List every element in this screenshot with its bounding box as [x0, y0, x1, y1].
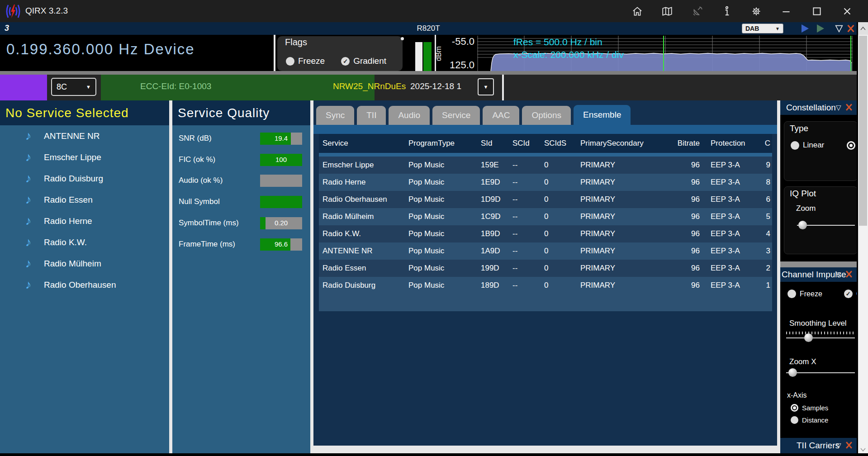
tab-options[interactable]: Options	[522, 106, 570, 125]
table-cell: EEP 3-A	[704, 281, 755, 290]
type-options: Linear	[791, 141, 855, 150]
tii-carriers-close-icon[interactable]	[844, 441, 854, 451]
table-row[interactable]: Radio EssenPop Music199D--0PRIMARY96EEP …	[319, 260, 772, 277]
radio-label: Linear	[803, 141, 824, 150]
horizontal-splitter[interactable]	[0, 71, 857, 75]
dock-splitter[interactable]	[780, 261, 857, 267]
mode-selector-dropdown[interactable]: DAB ▼	[742, 24, 783, 33]
column-header: SId	[477, 139, 509, 148]
quality-value: 96.6	[260, 240, 302, 248]
table-row[interactable]: Radio HernePop Music1E9D--0PRIMARY96EEP …	[319, 174, 772, 191]
table-cell: 96	[669, 212, 704, 221]
scrollbar-thumb[interactable]	[859, 36, 867, 226]
smoothing-ticks	[786, 332, 855, 334]
table-cell: 1D9D	[477, 195, 509, 204]
tii-carriers-pin-icon[interactable]: ▽	[836, 442, 841, 450]
table-cell: 96	[669, 195, 704, 204]
channel-impulse-pin-icon[interactable]: ▽	[836, 271, 841, 279]
x-axis-option-distance[interactable]: Distance	[791, 416, 828, 424]
impulse-flag-freeze[interactable]: Freeze	[787, 290, 822, 298]
column-header: Protection	[704, 139, 755, 148]
list-item[interactable]: ♪Emscher Lippe	[0, 147, 169, 168]
table-cell: Radio Essen	[319, 264, 405, 273]
play-icon[interactable]	[799, 23, 811, 34]
impulse-flag-gr[interactable]: ✓Gr	[844, 290, 857, 298]
tab-service[interactable]: Service	[432, 106, 480, 125]
tab-aac[interactable]: AAC	[483, 106, 519, 125]
spectrum-xscale-label: x-Scale: 200.000 kHz / div	[513, 49, 624, 60]
constellation-pin-icon[interactable]: ▽	[836, 104, 841, 112]
list-item[interactable]: ♪Radio Mülheim	[0, 253, 169, 274]
flag-freeze[interactable]: Freeze	[286, 56, 325, 66]
slider-handle[interactable]	[788, 368, 797, 377]
panel-splitter-middle[interactable]	[310, 100, 313, 453]
smoothing-slider[interactable]	[786, 337, 855, 338]
close-receiver-icon[interactable]	[845, 23, 857, 34]
list-item[interactable]: ♪Radio Oberhausen	[0, 274, 169, 295]
table-cell: Pop Music	[405, 281, 477, 290]
list-item[interactable]: ♪ANTENNE NR	[0, 125, 169, 147]
table-row[interactable]: Radio MülheimPop Music1C9D--0PRIMARY96EE…	[319, 208, 772, 225]
slider-handle[interactable]	[798, 221, 807, 229]
table-cell: Pop Music	[405, 178, 477, 187]
list-item[interactable]: ♪Radio Duisburg	[0, 168, 169, 189]
table-row[interactable]: Radio OberhausenPop Music1D9D--0PRIMARY9…	[319, 191, 772, 208]
play-record-icon[interactable]	[814, 23, 826, 34]
list-item[interactable]: ♪Radio Essen	[0, 189, 169, 210]
tab-audio[interactable]: Audio	[389, 106, 430, 125]
tab-sync[interactable]: Sync	[316, 106, 354, 125]
table-cell: 96	[669, 281, 704, 290]
spectrum-resolution-label: fRes = 500.0 Hz / bin	[513, 37, 602, 48]
map-icon[interactable]	[661, 5, 674, 18]
radio-dot	[793, 406, 796, 409]
table-row[interactable]: Radio DuisburgPop Music189D--0PRIMARY96E…	[319, 277, 772, 294]
table-cell: 6	[755, 195, 772, 204]
list-item[interactable]: ♪Radio Herne	[0, 210, 169, 232]
table-cell: Radio Oberhausen	[319, 195, 405, 204]
channel-dropdown[interactable]: 8C ▼	[51, 78, 96, 96]
minimize-icon[interactable]	[780, 5, 792, 18]
table-row[interactable]: Radio K.W.Pop Music1B9D--0PRIMARY96EEP 3…	[319, 225, 772, 242]
table-row[interactable]: Emscher LippePop Music159E--0PRIMARY96EE…	[319, 157, 772, 174]
tab-ensemble[interactable]: Ensemble	[574, 105, 631, 125]
scrollbar-up-icon[interactable]	[858, 22, 868, 35]
flag-gradient[interactable]: ✓Gradient	[341, 56, 386, 66]
maximize-icon[interactable]	[811, 5, 823, 18]
table-cell: 0	[541, 264, 577, 273]
quality-label: SNR (dB)	[179, 134, 212, 143]
close-icon[interactable]	[841, 5, 854, 18]
channel-impulse-close-icon[interactable]	[844, 270, 854, 280]
info-icon[interactable]	[721, 5, 733, 18]
list-item[interactable]: ♪Radio K.W.	[0, 232, 169, 253]
panel-splitter-right[interactable]	[777, 100, 780, 453]
table-cell: 0	[541, 178, 577, 187]
table-cell: 3	[755, 247, 772, 256]
ensemble-history-dropdown[interactable]: ▼	[478, 78, 494, 95]
table-cell: EEP 3-A	[704, 161, 755, 170]
iq-zoom-slider[interactable]	[797, 225, 855, 226]
radio-label: Gradient	[353, 56, 386, 66]
iq-zoom-label: Zoom	[796, 204, 816, 213]
quality-bar	[260, 196, 302, 208]
quality-label: Null Symbol	[179, 197, 220, 206]
settings-gear-icon[interactable]	[750, 5, 763, 18]
table-row[interactable]: ANTENNE NRPop Music1A9D--0PRIMARY96EEP 3…	[319, 242, 772, 260]
table-cell: 199D	[477, 264, 509, 273]
quality-bar	[260, 175, 302, 187]
home-icon[interactable]	[631, 5, 644, 18]
slider-handle[interactable]	[804, 333, 813, 342]
satellite-icon[interactable]	[691, 5, 704, 18]
type-option-linear[interactable]: Linear	[791, 141, 824, 150]
constellation-close-icon[interactable]	[844, 103, 854, 114]
tab-tii[interactable]: TII	[357, 106, 386, 125]
zoom-x-slider[interactable]	[786, 372, 855, 373]
panel-splitter-left[interactable]	[169, 100, 172, 453]
music-note-icon: ♪	[25, 129, 40, 143]
table-cell: 5	[755, 212, 772, 221]
filter-funnel-icon[interactable]	[833, 23, 845, 34]
table-cell: 0	[541, 281, 577, 290]
x-axis-option-samples[interactable]: Samples	[791, 404, 828, 412]
radio-distance-icon	[791, 416, 798, 424]
frequency-display[interactable]: 0.199.360.000 Hz Device	[6, 41, 195, 58]
type-option-option[interactable]	[847, 141, 855, 150]
